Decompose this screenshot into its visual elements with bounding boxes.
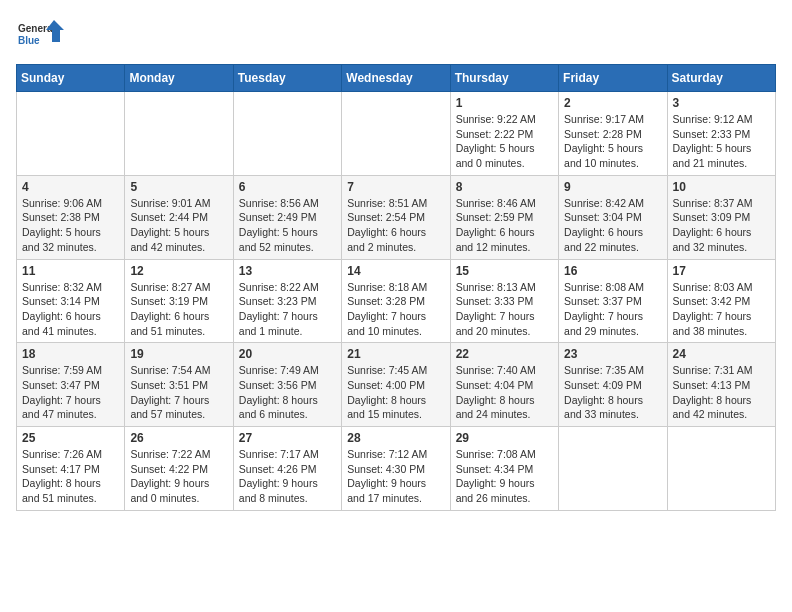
calendar-cell: 13Sunrise: 8:22 AMSunset: 3:23 PMDayligh…: [233, 259, 341, 343]
day-info: Sunrise: 8:51 AMSunset: 2:54 PMDaylight:…: [347, 196, 444, 255]
calendar-cell: 20Sunrise: 7:49 AMSunset: 3:56 PMDayligh…: [233, 343, 341, 427]
day-number: 4: [22, 180, 119, 194]
day-number: 12: [130, 264, 227, 278]
day-info: Sunrise: 7:54 AMSunset: 3:51 PMDaylight:…: [130, 363, 227, 422]
day-info: Sunrise: 7:17 AMSunset: 4:26 PMDaylight:…: [239, 447, 336, 506]
logo: General Blue: [16, 16, 66, 56]
day-info: Sunrise: 8:13 AMSunset: 3:33 PMDaylight:…: [456, 280, 553, 339]
calendar-cell: [233, 92, 341, 176]
calendar-cell: 16Sunrise: 8:08 AMSunset: 3:37 PMDayligh…: [559, 259, 667, 343]
logo-svg: General Blue: [16, 16, 66, 56]
day-number: 3: [673, 96, 770, 110]
header: General Blue: [16, 16, 776, 56]
calendar-cell: 15Sunrise: 8:13 AMSunset: 3:33 PMDayligh…: [450, 259, 558, 343]
day-info: Sunrise: 7:22 AMSunset: 4:22 PMDaylight:…: [130, 447, 227, 506]
calendar-cell: 19Sunrise: 7:54 AMSunset: 3:51 PMDayligh…: [125, 343, 233, 427]
calendar-cell: 21Sunrise: 7:45 AMSunset: 4:00 PMDayligh…: [342, 343, 450, 427]
days-of-week-row: SundayMondayTuesdayWednesdayThursdayFrid…: [17, 65, 776, 92]
calendar-cell: [559, 427, 667, 511]
calendar-cell: 7Sunrise: 8:51 AMSunset: 2:54 PMDaylight…: [342, 175, 450, 259]
calendar: SundayMondayTuesdayWednesdayThursdayFrid…: [16, 64, 776, 511]
calendar-cell: [17, 92, 125, 176]
col-tuesday: Tuesday: [233, 65, 341, 92]
day-info: Sunrise: 7:49 AMSunset: 3:56 PMDaylight:…: [239, 363, 336, 422]
day-info: Sunrise: 8:37 AMSunset: 3:09 PMDaylight:…: [673, 196, 770, 255]
day-number: 25: [22, 431, 119, 445]
day-info: Sunrise: 7:12 AMSunset: 4:30 PMDaylight:…: [347, 447, 444, 506]
day-info: Sunrise: 8:56 AMSunset: 2:49 PMDaylight:…: [239, 196, 336, 255]
day-number: 26: [130, 431, 227, 445]
day-number: 28: [347, 431, 444, 445]
calendar-cell: [667, 427, 775, 511]
day-number: 17: [673, 264, 770, 278]
day-number: 21: [347, 347, 444, 361]
calendar-cell: 17Sunrise: 8:03 AMSunset: 3:42 PMDayligh…: [667, 259, 775, 343]
col-thursday: Thursday: [450, 65, 558, 92]
day-number: 20: [239, 347, 336, 361]
day-number: 24: [673, 347, 770, 361]
day-number: 7: [347, 180, 444, 194]
day-info: Sunrise: 7:45 AMSunset: 4:00 PMDaylight:…: [347, 363, 444, 422]
day-number: 13: [239, 264, 336, 278]
week-row-3: 11Sunrise: 8:32 AMSunset: 3:14 PMDayligh…: [17, 259, 776, 343]
calendar-cell: 24Sunrise: 7:31 AMSunset: 4:13 PMDayligh…: [667, 343, 775, 427]
calendar-cell: 2Sunrise: 9:17 AMSunset: 2:28 PMDaylight…: [559, 92, 667, 176]
col-sunday: Sunday: [17, 65, 125, 92]
day-info: Sunrise: 8:46 AMSunset: 2:59 PMDaylight:…: [456, 196, 553, 255]
day-number: 14: [347, 264, 444, 278]
calendar-cell: 26Sunrise: 7:22 AMSunset: 4:22 PMDayligh…: [125, 427, 233, 511]
day-number: 22: [456, 347, 553, 361]
calendar-cell: 11Sunrise: 8:32 AMSunset: 3:14 PMDayligh…: [17, 259, 125, 343]
day-info: Sunrise: 9:01 AMSunset: 2:44 PMDaylight:…: [130, 196, 227, 255]
week-row-4: 18Sunrise: 7:59 AMSunset: 3:47 PMDayligh…: [17, 343, 776, 427]
day-number: 18: [22, 347, 119, 361]
day-number: 1: [456, 96, 553, 110]
week-row-2: 4Sunrise: 9:06 AMSunset: 2:38 PMDaylight…: [17, 175, 776, 259]
calendar-cell: 6Sunrise: 8:56 AMSunset: 2:49 PMDaylight…: [233, 175, 341, 259]
day-number: 19: [130, 347, 227, 361]
calendar-cell: 25Sunrise: 7:26 AMSunset: 4:17 PMDayligh…: [17, 427, 125, 511]
week-row-5: 25Sunrise: 7:26 AMSunset: 4:17 PMDayligh…: [17, 427, 776, 511]
day-number: 16: [564, 264, 661, 278]
day-number: 6: [239, 180, 336, 194]
day-number: 9: [564, 180, 661, 194]
calendar-cell: [125, 92, 233, 176]
day-info: Sunrise: 8:08 AMSunset: 3:37 PMDaylight:…: [564, 280, 661, 339]
day-info: Sunrise: 9:06 AMSunset: 2:38 PMDaylight:…: [22, 196, 119, 255]
calendar-cell: 14Sunrise: 8:18 AMSunset: 3:28 PMDayligh…: [342, 259, 450, 343]
day-info: Sunrise: 7:40 AMSunset: 4:04 PMDaylight:…: [456, 363, 553, 422]
day-number: 15: [456, 264, 553, 278]
calendar-cell: [342, 92, 450, 176]
calendar-cell: 28Sunrise: 7:12 AMSunset: 4:30 PMDayligh…: [342, 427, 450, 511]
day-info: Sunrise: 7:08 AMSunset: 4:34 PMDaylight:…: [456, 447, 553, 506]
day-number: 29: [456, 431, 553, 445]
day-info: Sunrise: 9:22 AMSunset: 2:22 PMDaylight:…: [456, 112, 553, 171]
day-info: Sunrise: 8:03 AMSunset: 3:42 PMDaylight:…: [673, 280, 770, 339]
calendar-cell: 3Sunrise: 9:12 AMSunset: 2:33 PMDaylight…: [667, 92, 775, 176]
calendar-cell: 1Sunrise: 9:22 AMSunset: 2:22 PMDaylight…: [450, 92, 558, 176]
day-number: 8: [456, 180, 553, 194]
calendar-cell: 23Sunrise: 7:35 AMSunset: 4:09 PMDayligh…: [559, 343, 667, 427]
day-info: Sunrise: 7:59 AMSunset: 3:47 PMDaylight:…: [22, 363, 119, 422]
day-info: Sunrise: 7:35 AMSunset: 4:09 PMDaylight:…: [564, 363, 661, 422]
day-number: 2: [564, 96, 661, 110]
calendar-cell: 12Sunrise: 8:27 AMSunset: 3:19 PMDayligh…: [125, 259, 233, 343]
col-friday: Friday: [559, 65, 667, 92]
col-monday: Monday: [125, 65, 233, 92]
day-info: Sunrise: 8:18 AMSunset: 3:28 PMDaylight:…: [347, 280, 444, 339]
calendar-cell: 10Sunrise: 8:37 AMSunset: 3:09 PMDayligh…: [667, 175, 775, 259]
day-number: 11: [22, 264, 119, 278]
day-info: Sunrise: 8:27 AMSunset: 3:19 PMDaylight:…: [130, 280, 227, 339]
calendar-cell: 27Sunrise: 7:17 AMSunset: 4:26 PMDayligh…: [233, 427, 341, 511]
col-wednesday: Wednesday: [342, 65, 450, 92]
calendar-cell: 5Sunrise: 9:01 AMSunset: 2:44 PMDaylight…: [125, 175, 233, 259]
day-info: Sunrise: 8:42 AMSunset: 3:04 PMDaylight:…: [564, 196, 661, 255]
calendar-cell: 18Sunrise: 7:59 AMSunset: 3:47 PMDayligh…: [17, 343, 125, 427]
calendar-cell: 29Sunrise: 7:08 AMSunset: 4:34 PMDayligh…: [450, 427, 558, 511]
day-info: Sunrise: 8:32 AMSunset: 3:14 PMDaylight:…: [22, 280, 119, 339]
day-info: Sunrise: 8:22 AMSunset: 3:23 PMDaylight:…: [239, 280, 336, 339]
day-number: 27: [239, 431, 336, 445]
day-number: 5: [130, 180, 227, 194]
day-number: 23: [564, 347, 661, 361]
calendar-cell: 9Sunrise: 8:42 AMSunset: 3:04 PMDaylight…: [559, 175, 667, 259]
